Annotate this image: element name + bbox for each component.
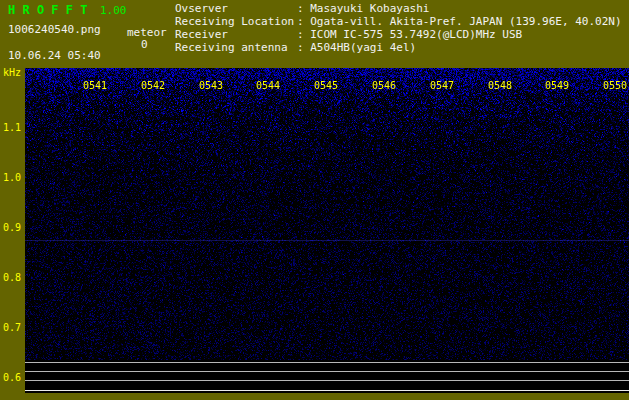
station-label: Receiver bbox=[175, 28, 297, 41]
level-grid-line bbox=[25, 362, 629, 363]
level-grid-line bbox=[25, 371, 629, 372]
station-row-receiver: Receiver : ICOM IC-575 53.7492(@LCD)MHz … bbox=[175, 28, 622, 41]
station-label: Receiving antenna bbox=[175, 41, 297, 54]
capture-timestamp: 10.06.24 05:40 bbox=[8, 49, 101, 62]
time-tick-label: 0541 bbox=[66, 80, 124, 91]
spectrogram-noise bbox=[25, 68, 629, 393]
station-value: : A504HB(yagi 4el) bbox=[297, 41, 416, 54]
hrofft-screen: H R O F F T 1.00 1006240540.png meteor 0… bbox=[0, 0, 629, 400]
time-tick-label: 0549 bbox=[528, 80, 586, 91]
station-row-observer: Ovserver : Masayuki Kobayashi bbox=[175, 2, 622, 15]
freq-tick-label: 0.9 bbox=[3, 222, 21, 234]
time-tick-label: 0550 bbox=[586, 80, 629, 91]
meteor-count: 0 bbox=[141, 38, 148, 51]
freq-tick-label: 1.1 bbox=[3, 122, 21, 134]
freq-tick-label: 0.7 bbox=[3, 322, 21, 334]
station-label: Ovserver bbox=[175, 2, 297, 15]
station-value: : Ogata-vill. Akita-Pref. JAPAN (139.96E… bbox=[297, 15, 622, 28]
time-tick-label: 0545 bbox=[297, 80, 355, 91]
level-grid-line bbox=[25, 380, 629, 381]
station-label: Receiving Location bbox=[175, 15, 297, 28]
freq-axis-unit: kHz bbox=[3, 67, 21, 79]
time-tick-label: 0542 bbox=[124, 80, 182, 91]
time-tick-label: 0547 bbox=[413, 80, 471, 91]
freq-tick-label: 1.0 bbox=[3, 172, 21, 184]
time-tick-label: 0546 bbox=[355, 80, 413, 91]
station-value: : ICOM IC-575 53.7492(@LCD)MHz USB bbox=[297, 28, 522, 41]
spectrogram-plot: 0541 0542 0543 0544 0545 0546 0547 0548 … bbox=[25, 68, 629, 393]
app-title: H R O F F T bbox=[8, 3, 87, 17]
station-row-location: Receiving Location : Ogata-vill. Akita-P… bbox=[175, 15, 622, 28]
station-info: Ovserver : Masayuki Kobayashi Receiving … bbox=[175, 2, 622, 54]
freq-tick-label: 0.8 bbox=[3, 272, 21, 284]
output-filename: 1006240540.png bbox=[8, 23, 101, 36]
app-version: 1.00 bbox=[100, 4, 127, 17]
level-baseline bbox=[25, 390, 629, 391]
station-value: : Masayuki Kobayashi bbox=[297, 2, 429, 15]
station-row-antenna: Receiving antenna : A504HB(yagi 4el) bbox=[175, 41, 622, 54]
time-tick-label: 0543 bbox=[182, 80, 240, 91]
time-tick-label: 0544 bbox=[239, 80, 297, 91]
time-tick-label: 0548 bbox=[471, 80, 529, 91]
freq-tick-label: 0.6 bbox=[3, 372, 21, 384]
